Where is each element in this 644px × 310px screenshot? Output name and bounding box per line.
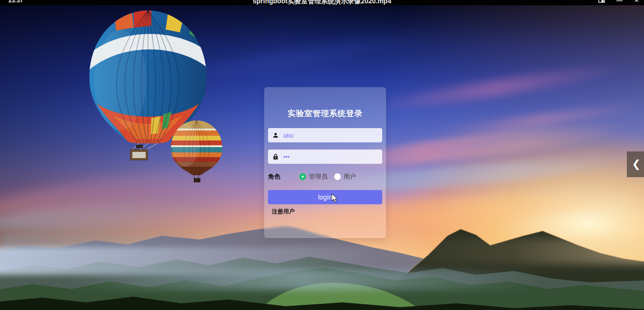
username-input[interactable] [282,131,377,140]
hot-air-balloon-small [168,119,228,183]
radio-selected-icon[interactable] [299,173,306,180]
fog-band [64,270,541,290]
minimize-button[interactable]: — [616,0,623,4]
fog-band [378,239,644,264]
video-titlebar: 23:37 springboot实验室管理系统演示录像2020.mp4 — ✕ [0,0,644,5]
role-option-user[interactable]: 用户 [334,172,356,181]
mouse-cursor [331,193,339,203]
role-option-label: 管理员 [309,172,327,181]
register-link[interactable]: 注册用户 [272,208,295,216]
video-title: springboot实验室管理系统演示录像2020.mp4 [0,0,644,5]
window-controls: — ✕ [598,0,639,4]
role-label: 角色 [268,172,280,181]
lock-icon [273,154,278,160]
login-title: 实验室管理系统登录 [264,108,386,119]
pip-icon[interactable] [598,0,605,3]
video-player-frame: 实验室管理系统登录 角色 管理员 用户 [0,0,644,310]
username-field[interactable] [268,128,382,142]
login-card: 实验室管理系统登录 角色 管理员 用户 [264,87,386,238]
role-selector: 角色 管理员 用户 [268,173,382,180]
password-field[interactable] [268,150,382,164]
close-button[interactable]: ✕ [634,0,639,4]
chevron-left-icon: ❮ [632,158,641,170]
side-panel-toggle[interactable]: ❮ [627,151,644,177]
login-button[interactable]: login [268,190,382,204]
radio-unselected-icon[interactable] [334,173,341,180]
password-input[interactable] [282,153,377,161]
balloon-basket [132,143,158,150]
role-option-label: 用户 [344,172,356,181]
user-icon [273,132,278,138]
role-option-admin[interactable]: 管理员 [299,172,327,181]
